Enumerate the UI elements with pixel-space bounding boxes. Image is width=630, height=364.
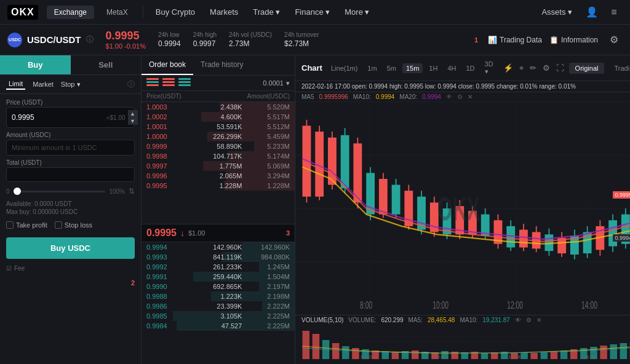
ma-bar: MA5 0.9995996 MA10: 0.9994 MA20: 0.9994 … — [295, 92, 630, 102]
chart-candle-info: 2022-02-16 17:00 open: 0.9994 high: 0.99… — [295, 81, 630, 92]
nav-tab-metax[interactable]: MetaX — [99, 6, 135, 19]
ob-bid-row[interactable]: 0.9992 261.233K 1.245M — [142, 262, 295, 272]
chart-view-tradingview[interactable]: TradingView — [608, 63, 630, 74]
take-profit-box[interactable] — [6, 221, 14, 229]
nav-tab-exchange[interactable]: Exchange — [47, 6, 94, 19]
ma-eye-icon[interactable]: 👁 — [446, 93, 452, 100]
ob-view-toggle[interactable] — [146, 78, 159, 88]
nav-more[interactable]: More ▾ — [340, 5, 374, 19]
chart-tool-settings[interactable]: ⚙ — [541, 62, 551, 74]
adjust-icon[interactable]: ⇅ — [129, 187, 135, 196]
ticker-right: 1 📊 Trading Data 📋 Information ⚙ — [474, 31, 623, 49]
chart-tool-draw[interactable]: ✏ — [528, 62, 538, 74]
ob-bid-row[interactable]: 0.9994 142.960K 142.960K — [142, 242, 295, 252]
order-type-market[interactable]: Market — [30, 79, 56, 89]
ob-bid-row[interactable]: 0.9990 692.865K 2.197M — [142, 282, 295, 291]
ob-bid-row[interactable]: 0.9991 259.440K 1.504M — [142, 272, 295, 282]
tf-btn-5m[interactable]: 5m — [383, 63, 400, 73]
tf-btn-3D[interactable]: 3D ▾ — [481, 59, 497, 77]
buy-tab[interactable]: Buy — [0, 55, 71, 74]
chart-tool-indicator[interactable]: ⚡ — [502, 62, 514, 74]
tp-sl-row: Take profit Stop loss — [6, 219, 135, 231]
amount-label: Amount (USDC) — [6, 132, 135, 138]
stop-loss-checkbox[interactable]: Stop loss — [55, 221, 92, 229]
tf-btn-1D[interactable]: 1D — [462, 63, 478, 73]
nav-buy-crypto[interactable]: Buy Crypto — [151, 5, 200, 19]
svg-rect-83 — [412, 350, 419, 359]
chart-tool-expand[interactable]: ⛶ — [555, 62, 565, 74]
user-icon[interactable]: 👤 — [583, 4, 600, 21]
nav-trade[interactable]: Trade ▾ — [248, 5, 285, 19]
vol-close-icon[interactable]: ✕ — [536, 317, 541, 323]
menu-icon[interactable]: ≡ — [605, 4, 623, 21]
chart-tool-crosshair[interactable]: ⌖ — [518, 62, 525, 74]
section-badge-1: 1 — [474, 36, 478, 44]
ob-header-price: Price(USDT) — [146, 93, 181, 100]
tf-btn-1H[interactable]: 1H — [425, 63, 441, 73]
ob-bid-row[interactable]: 0.9986 23.399K 2.222M — [142, 301, 295, 311]
ob-ask-row[interactable]: 0.9999 58.890K 5.233M — [142, 141, 295, 151]
tab-trade-history[interactable]: Trade history — [193, 55, 251, 75]
ma10-value: 0.9994 — [376, 93, 395, 100]
ma20-value: 0.9994 — [422, 93, 441, 100]
order-type-info[interactable]: ⓘ — [127, 79, 135, 90]
ob-ask-row[interactable]: 0.9996 2.065M 3.294M — [142, 171, 295, 181]
price-decrement[interactable]: ▼ — [128, 117, 138, 125]
ob-ask-row[interactable]: 1.0000 226.299K 5.459M — [142, 132, 295, 141]
nav-finance[interactable]: Finance ▾ — [290, 5, 335, 19]
price-input[interactable] — [12, 113, 104, 122]
tf-btn-15m[interactable]: 15m — [402, 63, 423, 73]
amount-input-placeholder[interactable]: Minimum amount is 1 USDC — [6, 140, 135, 156]
amount-slider[interactable] — [14, 191, 106, 192]
ob-bid-row[interactable]: 0.9985 3.105K 2.225M — [142, 311, 295, 321]
tf-btn-1m[interactable]: 1m — [364, 63, 380, 73]
pair-info-icon[interactable]: ⓘ — [86, 34, 94, 45]
ob-bid-row[interactable]: 0.9984 47.527 2.225M — [142, 321, 295, 331]
price-stepper: ▲ ▼ — [128, 110, 138, 125]
vol-info-bar: VOLUME(5,10) VOLUME: 620.299 MA5: 28,465… — [295, 315, 630, 325]
order-type-limit[interactable]: Limit — [6, 79, 25, 90]
tab-order-book[interactable]: Order book — [142, 55, 193, 75]
fee-row[interactable]: ☑ Fee — [6, 263, 135, 274]
price-increment[interactable]: ▲ — [128, 110, 138, 117]
ob-view-bids[interactable] — [178, 78, 191, 88]
settings-icon[interactable]: ⚙ — [605, 31, 623, 49]
ob-bid-row[interactable]: 0.9993 841.119K 984.080K — [142, 252, 295, 262]
ma-settings-icon[interactable]: ⚙ — [457, 93, 463, 100]
ob-ask-row[interactable]: 1.0003 2.438K 5.520M — [142, 102, 295, 112]
order-type-stop[interactable]: Stop ▾ — [61, 81, 81, 89]
pair-name[interactable]: USDC/USDT — [27, 34, 81, 45]
svg-text:12:00: 12:00 — [507, 299, 523, 311]
svg-rect-96 — [541, 352, 548, 359]
ob-ask-row[interactable]: 1.0001 53.591K 5.512M — [142, 122, 295, 132]
assets-button[interactable]: Assets ▾ — [535, 5, 578, 19]
ticker-price: 0.9995 — [106, 30, 146, 42]
ob-ask-row[interactable]: 0.9995 1.228M 1.228M — [142, 181, 295, 191]
trading-data-btn[interactable]: 📊 Trading Data — [488, 36, 542, 44]
stop-loss-box[interactable] — [55, 221, 62, 229]
information-btn[interactable]: 📋 Information — [549, 36, 598, 44]
buy-usdc-button[interactable]: Buy USDC — [6, 237, 135, 259]
ticker-change: $1.00 -0.01% — [106, 42, 146, 50]
chart-area: OKX 8:00 10:00 12:00 14:00 16:00 0.9996 … — [295, 102, 630, 315]
ob-controls: 0.0001 ▾ — [142, 76, 295, 91]
nav-markets[interactable]: Markets — [205, 5, 243, 19]
vol-settings-icon[interactable]: ⚙ — [526, 317, 532, 323]
svg-text:12:00: 12:00 — [508, 354, 522, 359]
ob-decimal-selector[interactable]: 0.0001 ▾ — [263, 79, 290, 87]
ob-view-asks[interactable] — [162, 78, 175, 88]
ob-mid-usd: $1.00 — [188, 229, 205, 237]
tf-btn-Line1m[interactable]: Line(1m) — [327, 63, 361, 73]
ob-ask-row[interactable]: 0.9997 1.775M 5.069M — [142, 161, 295, 171]
svg-text:8:00: 8:00 — [360, 299, 372, 311]
chart-view-original[interactable]: Original — [569, 63, 605, 74]
ob-ask-row[interactable]: 0.9998 104.717K 5.174M — [142, 151, 295, 161]
ob-ask-row[interactable]: 1.0002 4.600K 5.517M — [142, 112, 295, 122]
take-profit-checkbox[interactable]: Take profit — [6, 221, 47, 229]
ob-bid-row[interactable]: 0.9988 1.223K 2.198M — [142, 291, 295, 301]
vol-eye-icon[interactable]: 👁 — [515, 317, 521, 323]
total-input[interactable] — [12, 170, 129, 179]
ma-close-icon[interactable]: ✕ — [468, 93, 472, 100]
sell-tab[interactable]: Sell — [71, 55, 142, 74]
tf-btn-4H[interactable]: 4H — [444, 63, 460, 73]
